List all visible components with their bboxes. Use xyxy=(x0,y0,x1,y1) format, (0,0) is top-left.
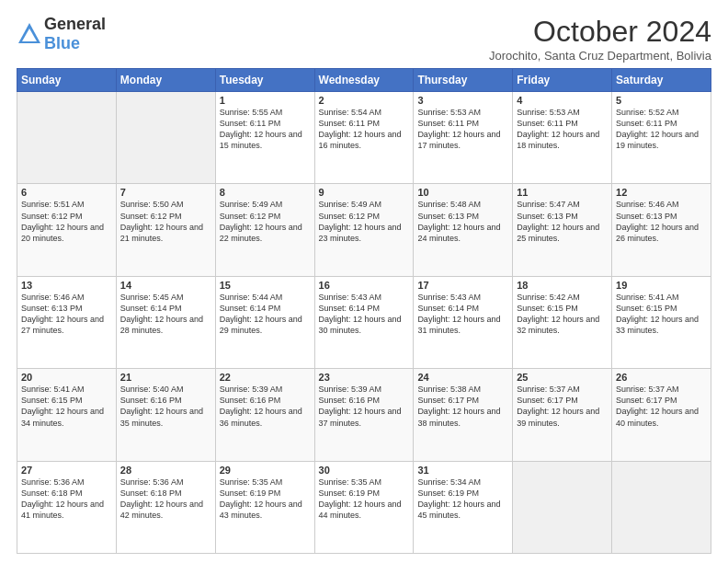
header-monday: Monday xyxy=(116,69,215,92)
calendar-cell: 10Sunrise: 5:48 AMSunset: 6:13 PMDayligh… xyxy=(414,184,513,276)
calendar-cell: 29Sunrise: 5:35 AMSunset: 6:19 PMDayligh… xyxy=(215,461,314,553)
calendar-cell: 12Sunrise: 5:46 AMSunset: 6:13 PMDayligh… xyxy=(612,184,711,276)
day-number: 6 xyxy=(21,187,112,198)
day-info: Sunrise: 5:43 AMSunset: 6:14 PMDaylight:… xyxy=(319,292,410,337)
calendar-cell xyxy=(116,92,215,184)
day-number: 1 xyxy=(220,95,311,106)
day-number: 12 xyxy=(616,187,707,198)
calendar-week-row: 6Sunrise: 5:51 AMSunset: 6:12 PMDaylight… xyxy=(17,184,711,276)
day-number: 9 xyxy=(319,187,410,198)
calendar-cell: 27Sunrise: 5:36 AMSunset: 6:18 PMDayligh… xyxy=(17,461,117,553)
day-number: 29 xyxy=(220,465,311,476)
day-number: 3 xyxy=(417,95,508,106)
logo-icon xyxy=(17,21,42,47)
day-info: Sunrise: 5:53 AMSunset: 6:11 PMDaylight:… xyxy=(417,107,508,152)
day-info: Sunrise: 5:46 AMSunset: 6:13 PMDaylight:… xyxy=(21,292,112,337)
calendar-cell: 22Sunrise: 5:39 AMSunset: 6:16 PMDayligh… xyxy=(215,369,314,461)
calendar-cell: 5Sunrise: 5:52 AMSunset: 6:11 PMDaylight… xyxy=(612,92,711,184)
calendar-week-row: 1Sunrise: 5:55 AMSunset: 6:11 PMDaylight… xyxy=(17,92,711,184)
day-number: 27 xyxy=(21,465,112,476)
logo-blue: Blue xyxy=(44,34,80,52)
day-number: 25 xyxy=(517,372,608,383)
day-number: 24 xyxy=(417,372,508,383)
header-sunday: Sunday xyxy=(17,69,117,92)
day-number: 14 xyxy=(120,280,211,291)
day-info: Sunrise: 5:45 AMSunset: 6:14 PMDaylight:… xyxy=(120,292,211,337)
day-info: Sunrise: 5:55 AMSunset: 6:11 PMDaylight:… xyxy=(220,107,311,152)
calendar-cell: 4Sunrise: 5:53 AMSunset: 6:11 PMDaylight… xyxy=(513,92,612,184)
day-info: Sunrise: 5:42 AMSunset: 6:15 PMDaylight:… xyxy=(517,292,608,337)
calendar-cell: 15Sunrise: 5:44 AMSunset: 6:14 PMDayligh… xyxy=(215,276,314,368)
day-number: 20 xyxy=(21,372,112,383)
logo: General Blue xyxy=(17,15,106,53)
calendar-header-row: Sunday Monday Tuesday Wednesday Thursday… xyxy=(17,69,711,92)
calendar-cell: 16Sunrise: 5:43 AMSunset: 6:14 PMDayligh… xyxy=(314,276,414,368)
day-info: Sunrise: 5:41 AMSunset: 6:15 PMDaylight:… xyxy=(21,384,112,429)
location-subtitle: Jorochito, Santa Cruz Department, Bolivi… xyxy=(489,49,711,63)
calendar-week-row: 27Sunrise: 5:36 AMSunset: 6:18 PMDayligh… xyxy=(17,461,711,553)
day-info: Sunrise: 5:52 AMSunset: 6:11 PMDaylight:… xyxy=(616,107,707,152)
day-number: 8 xyxy=(220,187,311,198)
calendar-table: Sunday Monday Tuesday Wednesday Thursday… xyxy=(17,68,711,554)
day-number: 5 xyxy=(616,95,707,106)
calendar-cell: 30Sunrise: 5:35 AMSunset: 6:19 PMDayligh… xyxy=(314,461,414,553)
day-info: Sunrise: 5:35 AMSunset: 6:19 PMDaylight:… xyxy=(319,477,410,522)
header-thursday: Thursday xyxy=(414,69,513,92)
day-number: 31 xyxy=(417,465,508,476)
day-number: 30 xyxy=(319,465,410,476)
day-number: 11 xyxy=(517,187,608,198)
day-info: Sunrise: 5:54 AMSunset: 6:11 PMDaylight:… xyxy=(319,107,410,152)
calendar-cell: 28Sunrise: 5:36 AMSunset: 6:18 PMDayligh… xyxy=(116,461,215,553)
day-info: Sunrise: 5:50 AMSunset: 6:12 PMDaylight:… xyxy=(120,199,211,244)
day-number: 4 xyxy=(517,95,608,106)
calendar-cell: 13Sunrise: 5:46 AMSunset: 6:13 PMDayligh… xyxy=(17,276,117,368)
calendar-cell: 18Sunrise: 5:42 AMSunset: 6:15 PMDayligh… xyxy=(513,276,612,368)
day-number: 7 xyxy=(120,187,211,198)
day-number: 21 xyxy=(120,372,211,383)
calendar-cell xyxy=(612,461,711,553)
calendar-cell: 20Sunrise: 5:41 AMSunset: 6:15 PMDayligh… xyxy=(17,369,117,461)
day-number: 18 xyxy=(517,280,608,291)
day-number: 2 xyxy=(319,95,410,106)
calendar-cell: 6Sunrise: 5:51 AMSunset: 6:12 PMDaylight… xyxy=(17,184,117,276)
month-title: October 2024 xyxy=(489,15,711,49)
calendar-cell: 26Sunrise: 5:37 AMSunset: 6:17 PMDayligh… xyxy=(612,369,711,461)
day-info: Sunrise: 5:49 AMSunset: 6:12 PMDaylight:… xyxy=(319,199,410,244)
header-saturday: Saturday xyxy=(612,69,711,92)
calendar-cell xyxy=(513,461,612,553)
day-info: Sunrise: 5:36 AMSunset: 6:18 PMDaylight:… xyxy=(120,477,211,522)
day-info: Sunrise: 5:48 AMSunset: 6:13 PMDaylight:… xyxy=(417,199,508,244)
calendar-cell: 31Sunrise: 5:34 AMSunset: 6:19 PMDayligh… xyxy=(414,461,513,553)
header-tuesday: Tuesday xyxy=(215,69,314,92)
calendar-cell: 19Sunrise: 5:41 AMSunset: 6:15 PMDayligh… xyxy=(612,276,711,368)
day-info: Sunrise: 5:37 AMSunset: 6:17 PMDaylight:… xyxy=(616,384,707,429)
day-info: Sunrise: 5:51 AMSunset: 6:12 PMDaylight:… xyxy=(21,199,112,244)
day-info: Sunrise: 5:49 AMSunset: 6:12 PMDaylight:… xyxy=(220,199,311,244)
day-info: Sunrise: 5:44 AMSunset: 6:14 PMDaylight:… xyxy=(220,292,311,337)
calendar-cell: 11Sunrise: 5:47 AMSunset: 6:13 PMDayligh… xyxy=(513,184,612,276)
header: General Blue October 2024 Jorochito, San… xyxy=(17,15,711,63)
day-info: Sunrise: 5:35 AMSunset: 6:19 PMDaylight:… xyxy=(220,477,311,522)
day-info: Sunrise: 5:40 AMSunset: 6:16 PMDaylight:… xyxy=(120,384,211,429)
page: General Blue October 2024 Jorochito, San… xyxy=(0,0,728,563)
calendar-week-row: 13Sunrise: 5:46 AMSunset: 6:13 PMDayligh… xyxy=(17,276,711,368)
calendar-cell: 25Sunrise: 5:37 AMSunset: 6:17 PMDayligh… xyxy=(513,369,612,461)
day-info: Sunrise: 5:46 AMSunset: 6:13 PMDaylight:… xyxy=(616,199,707,244)
calendar-cell: 3Sunrise: 5:53 AMSunset: 6:11 PMDaylight… xyxy=(414,92,513,184)
day-info: Sunrise: 5:34 AMSunset: 6:19 PMDaylight:… xyxy=(417,477,508,522)
day-info: Sunrise: 5:41 AMSunset: 6:15 PMDaylight:… xyxy=(616,292,707,337)
calendar-cell: 2Sunrise: 5:54 AMSunset: 6:11 PMDaylight… xyxy=(314,92,414,184)
day-info: Sunrise: 5:39 AMSunset: 6:16 PMDaylight:… xyxy=(319,384,410,429)
calendar-cell xyxy=(17,92,117,184)
day-number: 16 xyxy=(319,280,410,291)
day-number: 22 xyxy=(220,372,311,383)
calendar-week-row: 20Sunrise: 5:41 AMSunset: 6:15 PMDayligh… xyxy=(17,369,711,461)
day-number: 26 xyxy=(616,372,707,383)
header-wednesday: Wednesday xyxy=(314,69,414,92)
calendar-cell: 21Sunrise: 5:40 AMSunset: 6:16 PMDayligh… xyxy=(116,369,215,461)
day-number: 17 xyxy=(417,280,508,291)
day-info: Sunrise: 5:47 AMSunset: 6:13 PMDaylight:… xyxy=(517,199,608,244)
day-number: 19 xyxy=(616,280,707,291)
day-info: Sunrise: 5:36 AMSunset: 6:18 PMDaylight:… xyxy=(21,477,112,522)
calendar-cell: 9Sunrise: 5:49 AMSunset: 6:12 PMDaylight… xyxy=(314,184,414,276)
